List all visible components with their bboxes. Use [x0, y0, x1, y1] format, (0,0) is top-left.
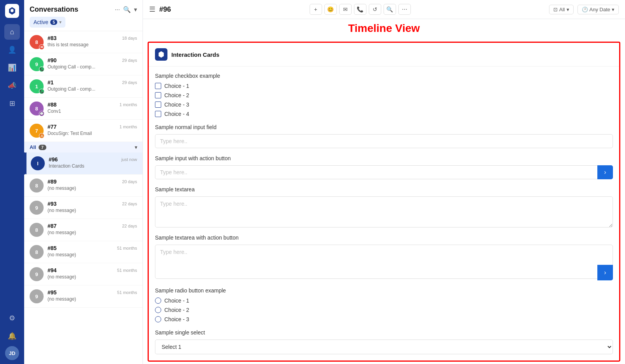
checkbox-4[interactable] — [155, 111, 161, 117]
normal-input[interactable] — [155, 134, 613, 148]
checkbox-item-2[interactable]: Choice - 2 — [155, 92, 613, 98]
avatar: 8 — [30, 178, 44, 192]
list-item[interactable]: 8 ✉ #83 18 days this is test message — [24, 31, 143, 53]
avatar: I — [31, 156, 45, 170]
list-item[interactable]: 9 #95 51 months (no message) — [24, 285, 143, 308]
conv-msg: (no message) — [48, 274, 137, 280]
checkbox-3[interactable] — [155, 102, 161, 108]
conversations-actions: ··· 🔍 ▾ — [115, 6, 137, 13]
conv-id: #94 — [48, 267, 56, 273]
menu-icon[interactable]: ☰ — [149, 5, 155, 14]
conversations-header: Conversations ··· 🔍 ▾ Active 5 ▾ — [24, 0, 143, 31]
list-item[interactable]: 1 📞 #1 29 days Outgoing Call - comp... — [24, 75, 143, 98]
checkbox-item-3[interactable]: Choice - 3 — [155, 102, 613, 108]
list-item[interactable]: 8 💬 #88 1 months Conv1 — [24, 98, 143, 120]
radio-label-1: Choice - 1 — [164, 298, 189, 304]
toolbar-search-btn[interactable]: 🔍 — [384, 4, 396, 15]
textarea-action-button[interactable]: › — [597, 265, 613, 280]
checkbox-label-3: Choice - 3 — [164, 102, 189, 108]
list-item[interactable]: I #96 just now Interaction Cards — [24, 152, 143, 175]
nav-apps[interactable]: ⊞ — [4, 96, 20, 111]
conv-msg: Interaction Cards — [49, 163, 137, 169]
avatar: 9 — [30, 267, 44, 281]
conv-time: 18 days — [122, 36, 137, 40]
checkbox-item-1[interactable]: Choice - 1 — [155, 83, 613, 89]
textarea-section-label: Sample textarea — [155, 186, 613, 192]
avatar: 8 — [30, 245, 44, 259]
nav-reports[interactable]: 📊 — [4, 60, 20, 75]
conv-msg: this is test message — [48, 42, 137, 47]
card-logo — [155, 48, 167, 61]
list-item[interactable]: 8 #87 22 days (no message) — [24, 219, 143, 241]
conversations-expand-icon[interactable]: ▾ — [134, 6, 137, 13]
top-bar: ☰ #96 + 😊 ✉ 📞 ↺ 🔍 ⋯ ⊡ All ▾ 🕐 Any Date ▾ — [143, 0, 625, 19]
radio-1[interactable] — [155, 298, 161, 304]
conv-section-all[interactable]: All 7 ▾ — [24, 142, 143, 152]
nav-settings[interactable]: ⚙ — [4, 310, 20, 326]
toolbar-add-btn[interactable]: + — [310, 4, 322, 15]
avatar: 9 — [30, 201, 44, 215]
checkbox-2[interactable] — [155, 92, 161, 98]
clock-icon: 🕐 — [582, 7, 588, 12]
filter-date-btn[interactable]: 🕐 Any Date ▾ — [577, 5, 619, 14]
checkbox-item-4[interactable]: Choice - 4 — [155, 111, 613, 117]
filter-all-btn[interactable]: ⊡ All ▾ — [549, 5, 573, 14]
input-section-label: Sample normal input field — [155, 124, 613, 130]
list-item[interactable]: 8 #85 51 months (no message) — [24, 241, 143, 263]
nav-notifications[interactable]: 🔔 — [4, 328, 20, 344]
textarea-field[interactable] — [155, 196, 613, 228]
list-item[interactable]: 7 ⚠ #77 1 months DocuSign: Test Email — [24, 120, 143, 142]
radio-section-label: Sample radio button example — [155, 287, 613, 294]
conv-time: 29 days — [122, 80, 137, 85]
toolbar-email-btn[interactable]: ✉ — [339, 4, 352, 15]
action-input[interactable] — [155, 165, 613, 179]
radio-item-2[interactable]: Choice - 2 — [155, 307, 613, 313]
nav-campaigns[interactable]: 📣 — [4, 78, 20, 93]
radio-2[interactable] — [155, 307, 161, 313]
toolbar-emoji-btn[interactable]: 😊 — [324, 4, 337, 15]
list-item[interactable]: 9 📞 #90 29 days Outgoing Call - comp... — [24, 53, 143, 75]
checkbox-label-2: Choice - 2 — [164, 92, 189, 98]
section-all-badge: 7 — [39, 145, 46, 150]
avatar[interactable]: JD — [5, 346, 19, 360]
radio-item-3[interactable]: Choice - 3 — [155, 316, 613, 322]
conversations-search-icon[interactable]: 🔍 — [123, 6, 131, 13]
nav-home[interactable]: ⌂ — [4, 24, 20, 40]
textarea-action-field[interactable] — [155, 245, 613, 279]
conv-time: 51 months — [117, 246, 137, 250]
conv-time: 1 months — [120, 124, 137, 129]
avatar: 8 💬 — [30, 102, 44, 116]
section-chevron-icon[interactable]: ▾ — [135, 145, 137, 150]
list-item[interactable]: 9 #94 51 months (no message) — [24, 263, 143, 285]
avatar: 9 📞 — [30, 57, 44, 71]
tab-active[interactable]: Active 5 ▾ — [30, 17, 65, 28]
conv-id: #85 — [48, 245, 56, 251]
toolbar: + 😊 ✉ 📞 ↺ 🔍 ⋯ — [310, 4, 411, 15]
checkbox-label-4: Choice - 4 — [164, 111, 189, 117]
filter-date-label: Any Date — [590, 7, 610, 12]
conv-time: just now — [121, 157, 137, 162]
list-item[interactable]: 9 #93 22 days (no message) — [24, 197, 143, 219]
radio-item-1[interactable]: Choice - 1 — [155, 298, 613, 304]
toolbar-phone-btn[interactable]: 📞 — [354, 4, 366, 15]
toolbar-more-btn[interactable]: ⋯ — [398, 4, 411, 15]
list-item[interactable]: 8 #89 20 days (no message) — [24, 175, 143, 197]
input-action-button[interactable]: › — [597, 165, 613, 179]
radio-3[interactable] — [155, 316, 161, 322]
nav-contacts[interactable]: 👤 — [4, 42, 20, 58]
toolbar-refresh-btn[interactable]: ↺ — [369, 4, 381, 15]
conv-msg: (no message) — [48, 208, 137, 213]
conversations-more-icon[interactable]: ··· — [115, 6, 120, 13]
conv-time: 20 days — [122, 179, 137, 184]
conv-time: 22 days — [122, 201, 137, 206]
single-select[interactable]: Select 1 Choice - 1 Choice - 2 Choice - … — [155, 340, 613, 354]
section-all-label: All — [30, 144, 36, 150]
conv-time: 22 days — [122, 224, 137, 228]
avatar: 8 ✉ — [30, 35, 44, 49]
conv-msg: (no message) — [48, 296, 137, 302]
radio-label-2: Choice - 2 — [164, 307, 189, 313]
content-area: Interaction Cards Sample checkbox exampl… — [143, 38, 625, 364]
checkbox-1[interactable] — [155, 83, 161, 89]
select-section-label: Sample single select — [155, 329, 613, 336]
filter-all-chevron: ▾ — [567, 7, 569, 12]
